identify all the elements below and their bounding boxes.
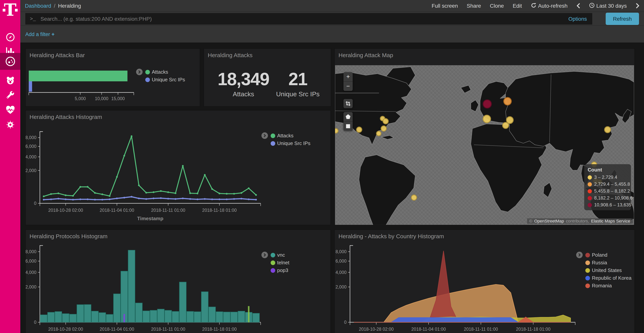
search-input[interactable] <box>40 15 568 22</box>
options-link[interactable]: Options <box>568 16 587 22</box>
legend-item-romania[interactable]: Romania <box>585 283 632 288</box>
zoom-in-icon[interactable]: + <box>344 72 353 81</box>
attack-bubble[interactable] <box>381 125 387 132</box>
legend-item-unique-src-ips[interactable]: Unique Src IPs <box>145 77 185 83</box>
crop-icon[interactable] <box>344 99 353 108</box>
legend-row: 3 – 2,729.4 <box>588 175 628 180</box>
attack-bubble[interactable] <box>604 126 611 133</box>
svg-text:2018-10-28 02:00: 2018-10-28 02:00 <box>359 327 394 332</box>
search-box: >_ Options <box>25 13 592 25</box>
clone-button[interactable]: Clone <box>490 3 504 9</box>
sidebar-item-timelion[interactable] <box>0 72 20 89</box>
legend-item-telnet[interactable]: telnet <box>271 260 290 265</box>
heartbeat-icon <box>5 105 15 115</box>
share-button[interactable]: Share <box>467 3 481 9</box>
svg-text:2018-11-04 01:00: 2018-11-04 01:00 <box>411 327 446 332</box>
panel-title[interactable]: Heralding Attack Map <box>335 49 634 58</box>
attacks-histogram-chart[interactable]: 02,0004,0006,0008,0002018-10-28 02:00201… <box>26 111 279 226</box>
legend-item-attacks[interactable]: Attacks <box>145 69 185 75</box>
series-dot <box>585 260 590 265</box>
sidebar-item-devtools[interactable] <box>0 87 20 104</box>
polygon-tool-icon[interactable] <box>344 112 353 121</box>
attack-bubble[interactable] <box>502 122 509 129</box>
svg-text:2018-11-11 01:00: 2018-11-11 01:00 <box>464 327 498 332</box>
legend-item-republic-of-korea[interactable]: Republic of Korea <box>585 275 632 281</box>
auto-refresh-button[interactable]: Auto-refresh <box>531 3 568 9</box>
protocols-histogram-legend: vnc telnet pop3 <box>262 252 290 273</box>
series-dot <box>271 268 275 272</box>
series-dot <box>271 133 275 138</box>
legend-item-poland[interactable]: Poland <box>585 252 632 258</box>
svg-text:4,000: 4,000 <box>336 270 346 275</box>
map-crop-control <box>344 99 353 108</box>
rectangle-tool-icon[interactable] <box>344 122 353 131</box>
zoom-out-icon[interactable]: − <box>344 82 353 91</box>
country-histogram-legend: Poland Russia United States Republic of … <box>576 252 632 288</box>
country-histogram-chart[interactable]: 02,0004,0006,0008,0002018-10-28 02:00201… <box>335 230 584 333</box>
add-filter-link[interactable]: Add a filter + <box>25 31 54 37</box>
svg-text:6,000: 6,000 <box>336 259 346 263</box>
level-dot <box>588 203 592 207</box>
time-back-button[interactable] <box>576 3 580 9</box>
sidebar-item-monitoring[interactable] <box>0 102 20 119</box>
legend-row: 5,455.8 – 8,182.2 <box>588 188 628 194</box>
breadcrumb-dashboard-link[interactable]: Dashboard <box>25 3 51 9</box>
attacks-histogram-legend: Attacks Unique Src IPs <box>262 133 310 146</box>
legend-expand-icon[interactable] <box>262 252 268 258</box>
top-nav-actions: Full screen Share Clone Edit Auto-refres… <box>432 3 640 9</box>
edit-button[interactable]: Edit <box>513 3 522 9</box>
svg-text:2018-11-04 01:00: 2018-11-04 01:00 <box>100 327 134 332</box>
metric-attacks: 18,349 Attacks <box>211 69 276 98</box>
legend-expand-icon[interactable] <box>136 69 142 75</box>
svg-text:15,000: 15,000 <box>111 96 124 101</box>
sidebar-item-management[interactable] <box>0 116 20 133</box>
attack-bubble[interactable] <box>356 127 362 133</box>
legend-title: Count <box>588 167 628 173</box>
protocols-histogram-chart[interactable]: 02,0004,0006,0008,0002018-10-28 02:00201… <box>26 230 279 333</box>
dashboard-gauge-icon <box>5 56 16 67</box>
map-attribution: © OpenStreetMap contributors, Elastic Ma… <box>527 218 633 224</box>
legend-item-russia[interactable]: Russia <box>585 260 632 265</box>
series-dot <box>271 253 275 257</box>
legend-item-united-states[interactable]: United States <box>585 267 632 273</box>
attack-bubble[interactable] <box>503 97 512 106</box>
sidebar-item-dashboard[interactable] <box>0 53 20 70</box>
compass-icon <box>5 32 15 42</box>
top-nav: Dashboard / Heralding Full screen Share … <box>20 0 644 12</box>
svg-text:6,000: 6,000 <box>26 144 36 149</box>
svg-text:0: 0 <box>34 201 36 206</box>
svg-text:10,000: 10,000 <box>95 96 108 101</box>
attack-bubble[interactable] <box>482 99 492 108</box>
attack-bubble[interactable] <box>482 115 491 123</box>
breadcrumb-separator: / <box>54 3 56 9</box>
attack-bubble[interactable] <box>411 195 417 201</box>
plus-icon: + <box>52 31 55 37</box>
legend-item-attacks[interactable]: Attacks <box>271 133 310 139</box>
svg-text:8,000: 8,000 <box>336 249 346 254</box>
svg-text:2,000: 2,000 <box>336 284 346 289</box>
time-range-button[interactable]: Last 30 days <box>589 3 627 9</box>
legend-item-pop3[interactable]: pop3 <box>271 267 290 273</box>
time-forward-button[interactable] <box>636 3 640 9</box>
fullscreen-button[interactable]: Full screen <box>432 3 458 9</box>
legend-item-unique-src-ips[interactable]: Unique Src IPs <box>271 140 310 146</box>
refresh-button[interactable]: Refresh <box>606 13 639 25</box>
legend-expand-icon[interactable] <box>262 132 268 139</box>
osm-link[interactable]: OpenStreetMap <box>534 219 565 223</box>
panel-attack-map: Heralding Attack Map <box>334 48 635 226</box>
logo-right-dot <box>15 9 18 12</box>
gear-icon <box>5 120 15 130</box>
attacks-bar-chart[interactable]: 5,00010,00015,000 <box>26 49 138 106</box>
panel-attacks-bar: Heralding Attacks Bar 5,00010,00015,000 … <box>25 48 200 107</box>
attack-bubble[interactable] <box>382 118 389 125</box>
panel-protocols-histogram: Heralding Protocols Histogram 02,0004,00… <box>25 229 331 333</box>
svg-text:6,000: 6,000 <box>26 259 36 263</box>
attack-bubble[interactable] <box>376 131 382 136</box>
metric-label: Unique Src IPs <box>269 91 326 98</box>
telekom-logo[interactable]: T <box>2 2 18 21</box>
attack-map[interactable]: + − <box>335 65 634 225</box>
panel-title[interactable]: Heralding Attacks <box>204 49 331 58</box>
elastic-maps-link[interactable]: Elastic Maps Service <box>590 219 631 223</box>
legend-item-vnc[interactable]: vnc <box>271 252 290 258</box>
legend-expand-icon[interactable] <box>576 252 583 258</box>
